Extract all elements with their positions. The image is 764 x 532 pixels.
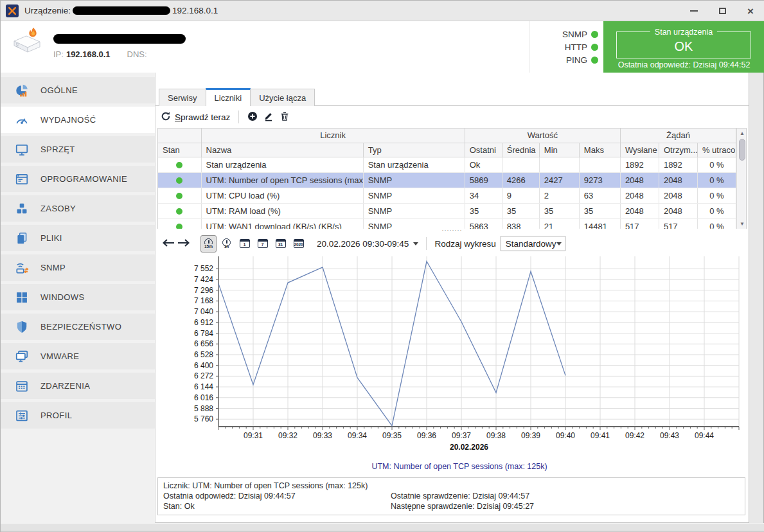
column-header[interactable]: Stan [158,143,201,157]
sidebar-item-windows[interactable]: WINDOWS [1,284,155,310]
minimize-button[interactable] [688,4,700,17]
delete-icon [280,111,290,123]
snmp-server-icon [15,261,29,275]
scrollbar-thumb[interactable] [739,139,745,161]
http-status-dot-icon [591,44,598,51]
check-now-button[interactable]: Sprawdź teraz [161,111,230,123]
device-header: IP:192.168.0.1DNS: SNMP HTTP PING Stan u… [1,21,764,73]
svg-text:7 552: 7 552 [194,264,213,273]
previous-period-button[interactable] [161,236,176,251]
column-header[interactable]: % utraco... [697,143,736,157]
counter-chart: 5 7605 8886 0166 1446 2726 4006 5286 656… [157,253,747,475]
column-header[interactable]: Maks [579,143,620,157]
service-row-http: HTTP [529,42,598,52]
maximize-icon [719,8,726,14]
sidebar-item-oprogramowanie[interactable]: OPROGRAMOWANIE [1,166,155,192]
sidebar-item-zasoby[interactable]: ZASOBY [1,195,155,222]
column-header[interactable]: Wysłane [620,143,659,157]
delete-counter-button[interactable] [280,111,290,123]
range-2020-button[interactable]: 2020 [290,235,306,253]
sidebar-item-og-lne[interactable]: OGÓLNE [1,77,155,103]
date-range-dropdown[interactable]: 20.02.2026 09:30-09:45 [317,239,418,249]
scroll-up-icon[interactable]: ▲ [737,130,747,136]
files-icon [15,231,29,245]
close-button[interactable]: × [744,4,757,17]
sidebar-item-profil[interactable]: PROFIL [1,402,155,429]
sidebar-item-bezpiecze-stwo[interactable]: BEZPIECZEŃSTWO [1,314,155,340]
sidebar-item-zdarzenia[interactable]: ZDARZENIA [1,373,155,399]
vm-monitor-icon [15,350,29,364]
svg-text:09:35: 09:35 [382,431,402,440]
table-row[interactable]: UTM: Number of open TCP sessions (max: 1… [158,172,736,188]
calendar-icon [15,379,29,393]
status-legend: Stan urządzenia [650,28,717,37]
column-header[interactable]: Min [539,143,579,157]
windows-logo-icon [15,290,29,305]
svg-text:6 912: 6 912 [194,318,213,327]
range-1-button[interactable]: 1 [236,235,253,253]
redacted-device-name-large [53,34,186,44]
svg-text:6 016: 6 016 [194,393,213,402]
column-header[interactable]: Ostatni [465,143,502,157]
tab-uzycie-lacza[interactable]: Użycie łącza [250,89,315,106]
cubes-icon [15,202,29,216]
close-icon: × [747,6,754,17]
svg-text:09:31: 09:31 [244,431,263,440]
chart-type-combobox[interactable]: Standardowy [501,236,565,251]
sidebar-item-wydajno-[interactable]: WYDAJNOŚĆ [1,107,155,133]
counters-table-wrap: LicznikWartośćŻądańStanNazwaTypOstatniŚr… [157,128,747,229]
row-status-dot-icon [176,193,182,199]
edit-counter-button[interactable] [263,111,274,123]
table-vertical-scrollbar[interactable]: ▲ ▼ [736,129,747,229]
pie-chart-icon [15,84,29,98]
status-box: Stan urządzenia OK [616,31,751,58]
status-last-response: Ostatnia odpowiedź: Dzisiaj 09:44:52 [603,60,764,69]
scroll-down-icon[interactable]: ▼ [737,221,747,227]
range-1h-button[interactable]: 1h [218,235,235,253]
app-logo-icon [6,4,19,17]
range-button-group: 15m1h17312020 [200,235,306,253]
table-row[interactable]: Stan urządzeniaStan urządzeniaOk18921892… [158,157,736,172]
sidebar-item-pliki[interactable]: PLIKI [1,225,155,251]
calendar-icon: 31 [276,239,286,248]
info-last-check: Ostatnie sprawdzenie: Dzisiaj 09:44:57 [391,492,529,501]
tab-serwisy[interactable]: Serwisy [159,89,206,106]
svg-text:7 040: 7 040 [194,307,213,316]
svg-text:5 760: 5 760 [194,414,213,423]
calendar-icon: 1 [240,239,250,248]
chart-type-label: Rodzaj wykresu [434,239,495,249]
next-period-button[interactable] [176,236,191,251]
check-now-label: Sprawdź teraz [175,112,230,122]
tab-liczniki[interactable]: Liczniki [206,88,251,106]
range-7-button[interactable]: 7 [254,235,271,253]
range-31-button[interactable]: 31 [272,235,289,253]
svg-text:09:41: 09:41 [591,431,610,440]
main-content: Serwisy Liczniki Użycie łącza Sprawdź te… [155,73,749,523]
chevron-down-icon [556,242,562,245]
sidebar-item-sprz-t[interactable]: SPRZĘT [1,136,155,163]
pane-splitter[interactable]: ········ [155,229,749,234]
ip-value: 192.168.0.1 [66,49,111,59]
sidebar-item-vmware[interactable]: VMWARE [1,343,155,369]
table-row[interactable]: UTM: RAM load (%)SNMP35353535204820480 % [158,203,736,218]
sidebar-item-snmp[interactable]: SNMP [1,254,155,281]
add-counter-button[interactable] [247,111,258,123]
refresh-icon [161,111,171,123]
speedometer-icon [15,113,29,127]
chart-type-value: Standardowy [506,239,556,249]
column-header[interactable]: Nazwa [201,143,363,157]
svg-text:09:34: 09:34 [348,431,367,440]
svg-text:09:37: 09:37 [452,431,471,440]
svg-text:6 144: 6 144 [194,382,213,391]
range-15m-button[interactable]: 15m [200,235,217,253]
column-header[interactable]: Otrzym... [659,143,697,157]
table-row[interactable]: UTM: CPU load (%)SNMP349263204820480 % [158,188,736,203]
titlebar: Urządzenie: 192.168.0.1 × [1,1,764,21]
column-header[interactable]: Typ [363,143,465,157]
maximize-button[interactable] [716,4,729,17]
tab-bar: Serwisy Liczniki Użycie łącza [155,89,749,106]
column-header[interactable]: Średnia [502,143,539,157]
svg-text:09:44: 09:44 [695,431,714,440]
svg-text:7 168: 7 168 [194,296,213,305]
svg-text:7 424: 7 424 [194,275,213,284]
